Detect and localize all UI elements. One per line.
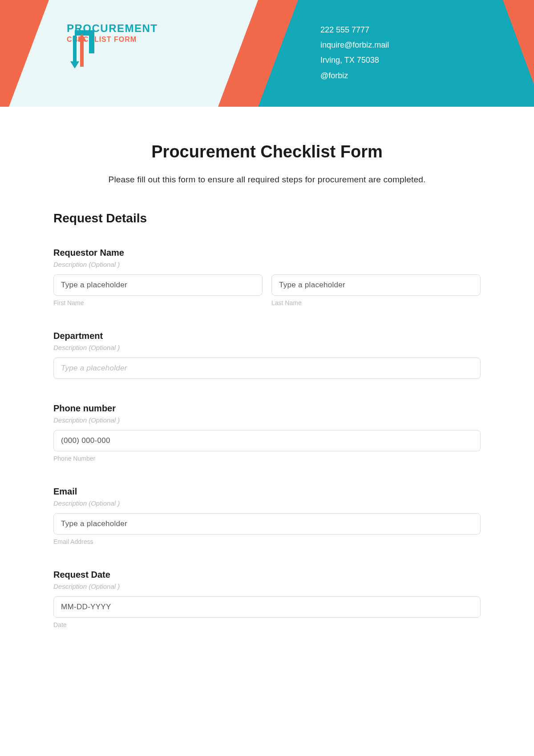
field-department: Department Description (Optional ) — [53, 331, 481, 379]
sublabel-email: Email Address — [53, 538, 481, 545]
logo-icon — [67, 22, 98, 71]
sublabel-phone: Phone Number — [53, 455, 481, 462]
field-label: Department — [53, 331, 481, 341]
svg-marker-7 — [70, 61, 79, 68]
department-input[interactable] — [53, 358, 481, 379]
field-desc: Description (Optional ) — [53, 583, 481, 590]
logo: PROCUREMENT CHECKLIST FORM — [67, 22, 158, 44]
page-title: Procurement Checklist Form — [53, 142, 481, 161]
field-label: Request Date — [53, 570, 481, 580]
field-desc: Description (Optional ) — [53, 261, 481, 268]
email-input[interactable] — [53, 513, 481, 535]
field-requestor-name: Requestor Name Description (Optional ) F… — [53, 248, 481, 306]
sublabel-date: Date — [53, 621, 481, 628]
field-desc: Description (Optional ) — [53, 344, 481, 351]
contact-address: Irving, TX 75038 — [320, 52, 389, 68]
svg-marker-2 — [258, 0, 534, 107]
form-body: Procurement Checklist Form Please fill o… — [0, 107, 534, 671]
last-name-input[interactable] — [271, 274, 481, 296]
section-heading: Request Details — [53, 211, 481, 225]
date-input[interactable] — [53, 596, 481, 618]
field-desc: Description (Optional ) — [53, 416, 481, 424]
field-label: Phone number — [53, 403, 481, 414]
contact-email: inquire@forbiz.mail — [320, 37, 389, 52]
field-phone: Phone number Description (Optional ) Pho… — [53, 403, 481, 462]
field-email: Email Description (Optional ) Email Addr… — [53, 487, 481, 545]
phone-input[interactable] — [53, 430, 481, 451]
field-desc: Description (Optional ) — [53, 499, 481, 507]
sublabel-first-name: First Name — [53, 299, 263, 306]
contact-handle: @forbiz — [320, 68, 389, 83]
field-label: Email — [53, 487, 481, 497]
svg-marker-0 — [0, 0, 49, 107]
page-subtitle: Please fill out this form to ensure all … — [53, 175, 481, 185]
field-label: Requestor Name — [53, 248, 481, 258]
contact-phone: 222 555 7777 — [320, 22, 389, 37]
svg-rect-4 — [80, 39, 84, 67]
field-request-date: Request Date Description (Optional ) Dat… — [53, 570, 481, 628]
svg-rect-6 — [73, 36, 77, 63]
header-banner: PROCUREMENT CHECKLIST FORM 222 555 7777 … — [0, 0, 534, 107]
contact-block: 222 555 7777 inquire@forbiz.mail Irving,… — [320, 22, 389, 83]
first-name-input[interactable] — [53, 274, 263, 296]
sublabel-last-name: Last Name — [271, 299, 481, 306]
